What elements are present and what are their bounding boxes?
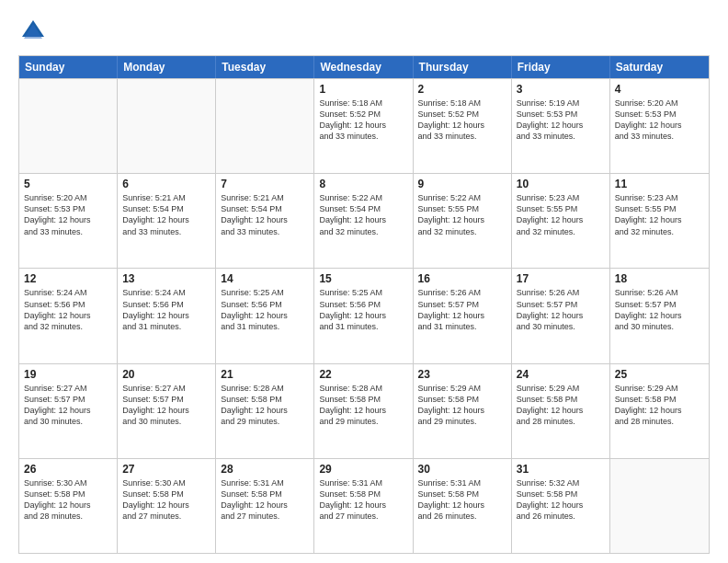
day-number: 12 [24, 272, 112, 285]
cell-text: Sunrise: 5:31 AMSunset: 5:58 PMDaylight:… [221, 477, 309, 523]
calendar-cell: 6Sunrise: 5:21 AMSunset: 5:54 PMDaylight… [118, 174, 216, 268]
calendar-header: SundayMondayTuesdayWednesdayThursdayFrid… [19, 56, 709, 78]
cell-text: Sunrise: 5:27 AMSunset: 5:57 PMDaylight:… [122, 383, 210, 428]
calendar-cell: 1Sunrise: 5:18 AMSunset: 5:52 PMDaylight… [314, 79, 413, 173]
day-number: 30 [418, 463, 506, 476]
cell-text: Sunrise: 5:26 AMSunset: 5:57 PMDaylight:… [517, 287, 605, 332]
day-number: 18 [615, 272, 704, 285]
day-number: 3 [517, 83, 605, 96]
day-number: 27 [122, 463, 210, 476]
day-number: 29 [319, 463, 407, 476]
day-number: 19 [24, 368, 112, 381]
cell-text: Sunrise: 5:19 AMSunset: 5:53 PMDaylight:… [517, 98, 605, 143]
calendar-cell: 23Sunrise: 5:29 AMSunset: 5:58 PMDayligh… [414, 364, 512, 458]
day-header-thursday: Thursday [414, 56, 512, 78]
calendar-cell: 12Sunrise: 5:24 AMSunset: 5:56 PMDayligh… [19, 269, 118, 362]
calendar-cell: 24Sunrise: 5:29 AMSunset: 5:58 PMDayligh… [512, 364, 610, 458]
cell-text: Sunrise: 5:29 AMSunset: 5:58 PMDaylight:… [615, 383, 704, 428]
day-number: 22 [319, 368, 407, 381]
cell-text: Sunrise: 5:31 AMSunset: 5:58 PMDaylight:… [319, 477, 407, 523]
day-number: 7 [221, 178, 309, 190]
calendar-row-1: 5Sunrise: 5:20 AMSunset: 5:53 PMDaylight… [19, 173, 709, 268]
calendar-cell: 30Sunrise: 5:31 AMSunset: 5:58 PMDayligh… [414, 459, 512, 553]
cell-text: Sunrise: 5:29 AMSunset: 5:58 PMDaylight:… [517, 383, 605, 428]
calendar-cell [19, 79, 118, 173]
calendar-body: 1Sunrise: 5:18 AMSunset: 5:52 PMDaylight… [19, 78, 709, 553]
day-number: 26 [24, 463, 112, 476]
cell-text: Sunrise: 5:26 AMSunset: 5:57 PMDaylight:… [615, 287, 704, 332]
cell-text: Sunrise: 5:21 AMSunset: 5:54 PMDaylight:… [122, 192, 210, 237]
calendar-cell: 26Sunrise: 5:30 AMSunset: 5:58 PMDayligh… [19, 459, 118, 553]
cell-text: Sunrise: 5:28 AMSunset: 5:58 PMDaylight:… [221, 383, 309, 428]
calendar-cell: 15Sunrise: 5:25 AMSunset: 5:56 PMDayligh… [314, 269, 413, 362]
day-number: 28 [221, 463, 309, 476]
calendar-row-0: 1Sunrise: 5:18 AMSunset: 5:52 PMDaylight… [19, 78, 709, 173]
day-header-friday: Friday [512, 56, 610, 78]
calendar-cell: 3Sunrise: 5:19 AMSunset: 5:53 PMDaylight… [512, 79, 610, 173]
cell-text: Sunrise: 5:32 AMSunset: 5:58 PMDaylight:… [517, 477, 605, 523]
calendar-cell: 21Sunrise: 5:28 AMSunset: 5:58 PMDayligh… [216, 364, 314, 458]
cell-text: Sunrise: 5:29 AMSunset: 5:58 PMDaylight:… [418, 383, 506, 428]
day-number: 24 [517, 368, 605, 381]
cell-text: Sunrise: 5:18 AMSunset: 5:52 PMDaylight:… [418, 98, 506, 143]
cell-text: Sunrise: 5:24 AMSunset: 5:56 PMDaylight:… [24, 287, 112, 332]
cell-text: Sunrise: 5:25 AMSunset: 5:56 PMDaylight:… [319, 287, 407, 332]
calendar-cell: 10Sunrise: 5:23 AMSunset: 5:55 PMDayligh… [512, 174, 610, 268]
calendar-cell: 18Sunrise: 5:26 AMSunset: 5:57 PMDayligh… [610, 269, 709, 362]
day-number: 17 [517, 272, 605, 285]
day-number: 4 [615, 83, 704, 96]
day-number: 10 [517, 178, 605, 190]
cell-text: Sunrise: 5:30 AMSunset: 5:58 PMDaylight:… [24, 477, 112, 523]
calendar-cell: 17Sunrise: 5:26 AMSunset: 5:57 PMDayligh… [512, 269, 610, 362]
cell-text: Sunrise: 5:31 AMSunset: 5:58 PMDaylight:… [418, 477, 506, 523]
cell-text: Sunrise: 5:26 AMSunset: 5:57 PMDaylight:… [418, 287, 506, 332]
day-number: 15 [319, 272, 407, 285]
calendar-cell [216, 79, 314, 173]
cell-text: Sunrise: 5:25 AMSunset: 5:56 PMDaylight:… [221, 287, 309, 332]
day-number: 5 [24, 178, 112, 190]
page: SundayMondayTuesdayWednesdayThursdayFrid… [0, 0, 728, 563]
calendar-row-3: 19Sunrise: 5:27 AMSunset: 5:57 PMDayligh… [19, 363, 709, 458]
calendar-row-4: 26Sunrise: 5:30 AMSunset: 5:58 PMDayligh… [19, 458, 709, 553]
cell-text: Sunrise: 5:22 AMSunset: 5:55 PMDaylight:… [418, 192, 506, 237]
calendar-cell: 16Sunrise: 5:26 AMSunset: 5:57 PMDayligh… [414, 269, 512, 362]
cell-text: Sunrise: 5:20 AMSunset: 5:53 PMDaylight:… [615, 98, 704, 143]
day-number: 23 [418, 368, 506, 381]
calendar-cell: 19Sunrise: 5:27 AMSunset: 5:57 PMDayligh… [19, 364, 118, 458]
calendar-cell: 4Sunrise: 5:20 AMSunset: 5:53 PMDaylight… [610, 79, 709, 173]
day-header-tuesday: Tuesday [216, 56, 314, 78]
day-header-saturday: Saturday [610, 56, 709, 78]
day-number: 2 [418, 83, 506, 96]
calendar-cell: 28Sunrise: 5:31 AMSunset: 5:58 PMDayligh… [216, 459, 314, 553]
day-number: 14 [221, 272, 309, 285]
calendar-cell: 25Sunrise: 5:29 AMSunset: 5:58 PMDayligh… [610, 364, 709, 458]
day-number: 31 [517, 463, 605, 476]
cell-text: Sunrise: 5:27 AMSunset: 5:57 PMDaylight:… [24, 383, 112, 428]
logo [18, 17, 51, 46]
day-number: 25 [615, 368, 704, 381]
calendar-cell: 9Sunrise: 5:22 AMSunset: 5:55 PMDaylight… [414, 174, 512, 268]
calendar-cell: 27Sunrise: 5:30 AMSunset: 5:58 PMDayligh… [118, 459, 216, 553]
cell-text: Sunrise: 5:23 AMSunset: 5:55 PMDaylight:… [615, 192, 704, 237]
calendar-cell: 7Sunrise: 5:21 AMSunset: 5:54 PMDaylight… [216, 174, 314, 268]
day-header-wednesday: Wednesday [314, 56, 413, 78]
day-number: 11 [615, 178, 704, 190]
day-number: 13 [122, 272, 210, 285]
calendar-row-2: 12Sunrise: 5:24 AMSunset: 5:56 PMDayligh… [19, 268, 709, 362]
cell-text: Sunrise: 5:28 AMSunset: 5:58 PMDaylight:… [319, 383, 407, 428]
day-number: 8 [319, 178, 407, 190]
calendar-cell: 20Sunrise: 5:27 AMSunset: 5:57 PMDayligh… [118, 364, 216, 458]
day-number: 16 [418, 272, 506, 285]
calendar-cell [610, 459, 709, 553]
cell-text: Sunrise: 5:21 AMSunset: 5:54 PMDaylight:… [221, 192, 309, 237]
cell-text: Sunrise: 5:22 AMSunset: 5:54 PMDaylight:… [319, 192, 407, 237]
calendar-cell: 11Sunrise: 5:23 AMSunset: 5:55 PMDayligh… [610, 174, 709, 268]
cell-text: Sunrise: 5:23 AMSunset: 5:55 PMDaylight:… [517, 192, 605, 237]
cell-text: Sunrise: 5:24 AMSunset: 5:56 PMDaylight:… [122, 287, 210, 332]
cell-text: Sunrise: 5:20 AMSunset: 5:53 PMDaylight:… [24, 192, 112, 237]
calendar-cell: 31Sunrise: 5:32 AMSunset: 5:58 PMDayligh… [512, 459, 610, 553]
day-number: 9 [418, 178, 506, 190]
cell-text: Sunrise: 5:30 AMSunset: 5:58 PMDaylight:… [122, 477, 210, 523]
day-header-sunday: Sunday [19, 56, 118, 78]
calendar-cell [118, 79, 216, 173]
